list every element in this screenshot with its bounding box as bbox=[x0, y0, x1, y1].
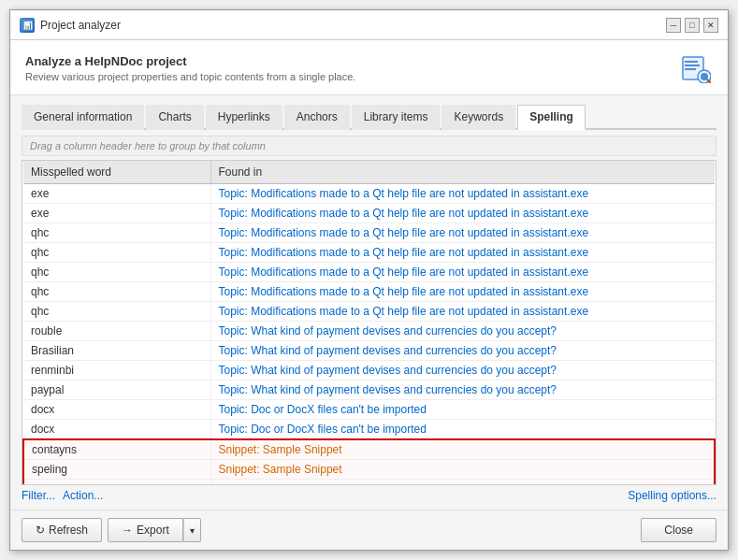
table-row[interactable]: qhcTopic: Modifications made to a Qt hel… bbox=[23, 243, 715, 263]
footer-left: ↻ Refresh → Export ▾ bbox=[22, 518, 201, 542]
cell-found-in: Topic: Doc or DocX files can't be import… bbox=[210, 400, 715, 420]
table-header-row: Misspelled word Found in bbox=[23, 161, 715, 184]
table-row[interactable]: exeTopic: Modifications made to a Qt hel… bbox=[23, 184, 715, 204]
cell-found-in: Topic: What kind of payment devises and … bbox=[210, 381, 715, 400]
tab-general[interactable]: General information bbox=[22, 105, 144, 130]
export-group: → Export ▾ bbox=[108, 518, 201, 542]
table-row[interactable]: qhcTopic: Modifications made to a Qt hel… bbox=[23, 282, 715, 302]
cell-misspelled-word: docx bbox=[23, 400, 210, 420]
svg-text:📊: 📊 bbox=[23, 21, 33, 30]
tab-charts[interactable]: Charts bbox=[146, 105, 203, 130]
dialog-title: Project analyzer bbox=[40, 19, 121, 32]
cell-misspelled-word: speling bbox=[23, 460, 210, 480]
window-close-button[interactable]: ✕ bbox=[703, 18, 718, 33]
header-text: Analyze a HelpNDoc project Review variou… bbox=[25, 54, 355, 82]
cell-misspelled-word: paypal bbox=[23, 381, 210, 400]
column-header-word[interactable]: Misspelled word bbox=[23, 161, 210, 184]
results-table: Misspelled word Found in exeTopic: Modif… bbox=[22, 161, 716, 485]
header-section: Analyze a HelpNDoc project Review variou… bbox=[10, 40, 728, 95]
tab-keywords[interactable]: Keywords bbox=[441, 105, 515, 130]
export-dropdown-button[interactable]: ▾ bbox=[183, 518, 201, 542]
spelling-options-button[interactable]: Spelling options... bbox=[628, 489, 716, 502]
export-icon: → bbox=[122, 524, 133, 537]
header-icon bbox=[679, 51, 713, 85]
chevron-down-icon: ▾ bbox=[190, 525, 195, 536]
cell-found-in: Snippet: Sample Snippet bbox=[210, 460, 715, 480]
maximize-button[interactable]: □ bbox=[685, 18, 700, 33]
filter-button[interactable]: Filter... bbox=[22, 489, 55, 502]
title-bar: 📊 Project analyzer ─ □ ✕ bbox=[10, 10, 728, 40]
cell-misspelled-word: renminbi bbox=[23, 361, 210, 381]
table-row[interactable]: paypalTopic: What kind of payment devise… bbox=[23, 381, 715, 400]
title-bar-controls: ─ □ ✕ bbox=[666, 18, 718, 33]
cell-found-in: Topic: Modifications made to a Qt help f… bbox=[210, 204, 715, 223]
cell-misspelled-word: Brasilian bbox=[23, 341, 210, 361]
cell-found-in: Topic: Modifications made to a Qt help f… bbox=[210, 263, 715, 282]
cell-found-in: Topic: Modifications made to a Qt help f… bbox=[210, 223, 715, 243]
column-header-found[interactable]: Found in bbox=[210, 161, 715, 184]
table-row[interactable]: docxTopic: Doc or DocX files can't be im… bbox=[23, 400, 715, 420]
table-row[interactable]: qhcTopic: Modifications made to a Qt hel… bbox=[23, 263, 715, 282]
cell-misspelled-word: exe bbox=[23, 184, 210, 204]
cell-misspelled-word: qhc bbox=[23, 223, 210, 243]
cell-found-in: Topic: What kind of payment devises and … bbox=[210, 361, 715, 381]
main-content: General information Charts Hyperlinks An… bbox=[10, 95, 728, 510]
cell-misspelled-word: qhc bbox=[23, 263, 210, 282]
table-body: exeTopic: Modifications made to a Qt hel… bbox=[23, 184, 715, 486]
cell-found-in: Topic: Modifications made to a Qt help f… bbox=[210, 184, 715, 204]
table-row[interactable]: roubleTopic: What kind of payment devise… bbox=[23, 322, 715, 341]
table-row[interactable]: BrasilianTopic: What kind of payment dev… bbox=[23, 341, 715, 361]
header-subtitle: Review various project properties and to… bbox=[25, 71, 355, 82]
tab-bar: General information Charts Hyperlinks An… bbox=[22, 103, 716, 130]
header-title: Analyze a HelpNDoc project bbox=[25, 54, 355, 68]
export-button[interactable]: → Export bbox=[108, 518, 183, 542]
cell-found-in: Topic: Modifications made to a Qt help f… bbox=[210, 243, 715, 263]
cell-found-in: Topic: What kind of payment devises and … bbox=[210, 322, 715, 341]
svg-rect-4 bbox=[685, 65, 700, 66]
results-table-container[interactable]: Misspelled word Found in exeTopic: Modif… bbox=[22, 160, 716, 485]
table-row[interactable]: spelingSnippet: Sample Snippet bbox=[23, 460, 715, 480]
drag-group-hint: Drag a column header here to group by th… bbox=[22, 136, 716, 156]
table-row[interactable]: renminbiTopic: What kind of payment devi… bbox=[23, 361, 715, 381]
cell-found-in: Topic: Doc or DocX files can't be import… bbox=[210, 420, 715, 440]
cell-misspelled-word: rouble bbox=[23, 322, 210, 341]
cell-found-in: Topic: Modifications made to a Qt help f… bbox=[210, 282, 715, 302]
table-row[interactable]: contaynsSnippet: Sample Snippet bbox=[23, 439, 715, 460]
tab-hyperlinks[interactable]: Hyperlinks bbox=[206, 105, 282, 130]
close-button[interactable]: Close bbox=[641, 518, 716, 542]
svg-rect-3 bbox=[685, 61, 698, 63]
footer: ↻ Refresh → Export ▾ Close bbox=[10, 510, 728, 550]
cell-found-in: Snippet: Sample Snippet bbox=[210, 439, 715, 460]
minimize-button[interactable]: ─ bbox=[666, 18, 681, 33]
bottom-bar: Filter... Action... Spelling options... bbox=[22, 485, 716, 502]
tab-library[interactable]: Library items bbox=[352, 105, 441, 130]
table-row[interactable]: qhcTopic: Modifications made to a Qt hel… bbox=[23, 223, 715, 243]
cell-misspelled-word: qhc bbox=[23, 282, 210, 302]
bottom-left-links: Filter... Action... bbox=[22, 489, 103, 502]
cell-misspelled-word: contayns bbox=[23, 439, 210, 460]
cell-misspelled-word: exe bbox=[23, 204, 210, 223]
cell-found-in: Topic: What kind of payment devises and … bbox=[210, 341, 715, 361]
table-row[interactable]: exeTopic: Modifications made to a Qt hel… bbox=[23, 204, 715, 223]
tab-anchors[interactable]: Anchors bbox=[284, 105, 350, 130]
tab-spelling[interactable]: Spelling bbox=[517, 105, 586, 130]
refresh-icon: ↻ bbox=[36, 524, 45, 537]
table-row[interactable]: qhcTopic: Modifications made to a Qt hel… bbox=[23, 302, 715, 322]
app-icon: 📊 bbox=[20, 18, 35, 33]
refresh-button[interactable]: ↻ Refresh bbox=[22, 518, 102, 542]
cell-misspelled-word: qhc bbox=[23, 243, 210, 263]
cell-misspelled-word: docx bbox=[23, 420, 210, 440]
cell-misspelled-word: qhc bbox=[23, 302, 210, 322]
cell-found-in: Topic: Modifications made to a Qt help f… bbox=[210, 302, 715, 322]
table-row[interactable]: docxTopic: Doc or DocX files can't be im… bbox=[23, 420, 715, 440]
svg-rect-5 bbox=[685, 68, 696, 70]
action-button[interactable]: Action... bbox=[63, 489, 103, 502]
title-bar-left: 📊 Project analyzer bbox=[20, 18, 121, 33]
dialog: 📊 Project analyzer ─ □ ✕ Analyze a HelpN… bbox=[9, 9, 729, 551]
